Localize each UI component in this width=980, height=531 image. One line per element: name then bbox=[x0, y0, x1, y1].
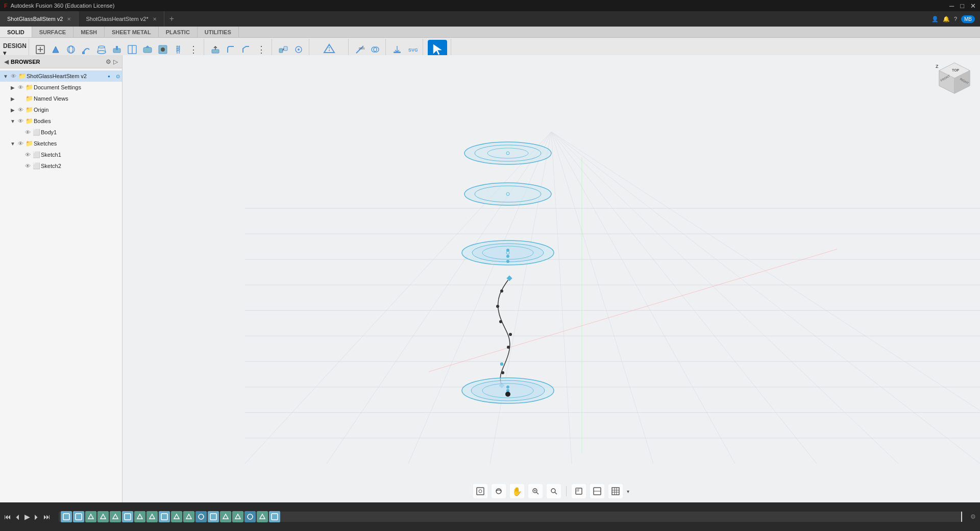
notification-icon[interactable]: 🔔 bbox=[943, 16, 950, 22]
timeline-item-4[interactable] bbox=[97, 511, 109, 522]
tree-item-named-views[interactable]: ▶ 📁 Named Views bbox=[0, 93, 122, 104]
view-settings-button[interactable] bbox=[590, 484, 604, 498]
new-tab-button[interactable]: + bbox=[164, 11, 179, 27]
visibility-root-icon[interactable]: 👁 bbox=[9, 73, 17, 79]
root-dot2[interactable]: ⊙ bbox=[114, 74, 122, 79]
tree-item-sketch1[interactable]: 👁 ⬜ Sketch1 bbox=[0, 149, 122, 160]
mode-tab-surface[interactable]: SURFACE bbox=[32, 27, 74, 37]
more-modify-icon[interactable]: ⋮ bbox=[254, 42, 268, 57]
mode-tab-utilities[interactable]: UTILITIES bbox=[198, 27, 239, 37]
timeline-item-18[interactable] bbox=[269, 511, 280, 522]
settings-icon[interactable]: ⚙ bbox=[970, 513, 976, 520]
timeline-item-17[interactable] bbox=[257, 511, 268, 522]
restore-icon[interactable]: □ bbox=[960, 2, 964, 10]
sweep-icon[interactable] bbox=[79, 42, 93, 57]
visibility-body1-icon[interactable]: 👁 bbox=[23, 129, 32, 135]
tab-close-icon[interactable]: ✕ bbox=[67, 16, 71, 22]
mode-tab-solid[interactable]: SOLID bbox=[0, 27, 32, 37]
tree-item-doc-settings[interactable]: ▶ 👁 📁 Document Settings bbox=[0, 82, 122, 93]
zoom-region-button[interactable] bbox=[547, 484, 561, 498]
tree-item-bodies[interactable]: ▼ 👁 📁 Bodies bbox=[0, 115, 122, 127]
timeline-item-14[interactable] bbox=[220, 511, 231, 522]
insert-derive-icon[interactable] bbox=[390, 42, 404, 57]
tab-shotglassballstem[interactable]: ShotGlassBallStem v2 ✕ bbox=[0, 11, 79, 27]
zoom-fit-button[interactable] bbox=[528, 484, 543, 498]
timeline-item-10[interactable] bbox=[171, 511, 182, 522]
expand-doc-icon[interactable]: ▶ bbox=[9, 85, 16, 90]
grid-settings-button[interactable] bbox=[608, 484, 623, 498]
timeline-next-button[interactable]: ⏵ bbox=[33, 513, 40, 521]
timeline-item-7[interactable] bbox=[134, 511, 145, 522]
extrude-icon[interactable] bbox=[48, 42, 63, 57]
visibility-origin-icon[interactable]: 👁 bbox=[16, 107, 24, 113]
browser-expand-icon[interactable]: ▷ bbox=[113, 58, 118, 65]
tree-item-body1[interactable]: 👁 ⬜ Body1 bbox=[0, 127, 122, 138]
measure-icon[interactable]: mm bbox=[353, 42, 367, 57]
web-icon[interactable] bbox=[125, 42, 139, 57]
expand-sketches-icon[interactable]: ▼ bbox=[9, 141, 16, 147]
timeline-track[interactable] bbox=[59, 512, 962, 522]
thread-icon[interactable] bbox=[171, 42, 185, 57]
mode-tab-sheet-metal[interactable]: SHEET METAL bbox=[105, 27, 159, 37]
new-component-icon[interactable] bbox=[33, 42, 47, 57]
tree-item-sketches[interactable]: ▼ 👁 📁 Sketches bbox=[0, 138, 122, 149]
timeline-item-11[interactable] bbox=[183, 511, 194, 522]
timeline-item-8[interactable] bbox=[146, 511, 158, 522]
tree-item-root[interactable]: ▼ 👁 📁 ShotGlassHeartStem v2 ● ⊙ bbox=[0, 70, 122, 82]
mode-tab-mesh[interactable]: MESH bbox=[74, 27, 105, 37]
more-create-icon[interactable]: ⋮ bbox=[186, 42, 201, 57]
view-cube[interactable]: TOP FRONT RIGHT Z bbox=[934, 60, 975, 101]
pan-button[interactable]: ✋ bbox=[510, 484, 524, 498]
timeline-item-3[interactable] bbox=[85, 511, 96, 522]
visibility-sketch2-icon[interactable]: 👁 bbox=[23, 163, 32, 169]
mode-tab-plastic[interactable]: PLASTIC bbox=[159, 27, 198, 37]
visibility-bodies-icon[interactable]: 👁 bbox=[16, 118, 24, 124]
revolve-icon[interactable] bbox=[64, 42, 78, 57]
expand-root-icon[interactable]: ▼ bbox=[2, 74, 9, 79]
loft-icon[interactable] bbox=[94, 42, 109, 57]
expand-bodies-icon[interactable]: ▼ bbox=[9, 118, 16, 124]
tree-item-origin[interactable]: ▶ 👁 📁 Origin bbox=[0, 104, 122, 115]
rib-icon[interactable] bbox=[110, 42, 124, 57]
timeline-end-button[interactable]: ⏭ bbox=[43, 513, 51, 521]
expand-origin-icon[interactable]: ▶ bbox=[9, 107, 16, 113]
press-pull-icon[interactable] bbox=[208, 42, 223, 57]
timeline-item-15[interactable] bbox=[232, 511, 243, 522]
visibility-sketches-icon[interactable]: 👁 bbox=[16, 140, 24, 147]
timeline-item-16[interactable] bbox=[244, 511, 256, 522]
joint-icon[interactable] bbox=[276, 42, 290, 57]
account-icon[interactable]: 👤 bbox=[932, 16, 939, 22]
tab-shotglassheartstem[interactable]: ShotGlassHeartStem v2* ✕ bbox=[79, 11, 164, 27]
timeline-prev-button[interactable]: ⏴ bbox=[14, 513, 21, 521]
chamfer-icon[interactable] bbox=[239, 42, 253, 57]
visibility-sketch1-icon[interactable]: 👁 bbox=[23, 152, 32, 158]
timeline-start-button[interactable]: ⏮ bbox=[4, 513, 11, 521]
visibility-doc-icon[interactable]: 👁 bbox=[16, 84, 24, 90]
fillet-icon[interactable] bbox=[224, 42, 238, 57]
close-icon[interactable]: ✕ bbox=[970, 2, 976, 10]
viewport[interactable]: TOP FRONT RIGHT Z ✋ ▾ bbox=[122, 55, 980, 502]
timeline-item-2[interactable] bbox=[73, 511, 84, 522]
timeline-item-6[interactable] bbox=[122, 511, 133, 522]
insert-svg-icon[interactable]: SVG bbox=[405, 42, 420, 57]
tree-item-sketch2[interactable]: 👁 ⬜ Sketch2 bbox=[0, 160, 122, 172]
timeline-item-5[interactable] bbox=[110, 511, 121, 522]
timeline-item-1[interactable] bbox=[61, 511, 72, 522]
browser-collapse-icon[interactable]: ◀ bbox=[4, 58, 9, 65]
user-initials[interactable]: MB bbox=[961, 15, 975, 23]
emboss-icon[interactable] bbox=[140, 42, 155, 57]
grid-arrow[interactable]: ▾ bbox=[627, 489, 629, 494]
fit-to-window-button[interactable] bbox=[473, 484, 487, 498]
tab-close-icon[interactable]: ✕ bbox=[153, 16, 157, 22]
interference-icon[interactable] bbox=[368, 42, 382, 57]
timeline-play-button[interactable]: ▶ bbox=[24, 513, 30, 521]
as-built-joint-icon[interactable] bbox=[291, 42, 306, 57]
timeline-item-13[interactable] bbox=[208, 511, 219, 522]
help-icon[interactable]: ? bbox=[954, 16, 957, 22]
expand-named-icon[interactable]: ▶ bbox=[9, 96, 16, 102]
browser-settings-icon[interactable]: ⚙ bbox=[106, 58, 111, 65]
orbit-button[interactable] bbox=[492, 484, 506, 498]
minimize-icon[interactable]: ─ bbox=[949, 2, 954, 10]
timeline-item-9[interactable] bbox=[159, 511, 170, 522]
timeline-item-12[interactable] bbox=[195, 511, 207, 522]
